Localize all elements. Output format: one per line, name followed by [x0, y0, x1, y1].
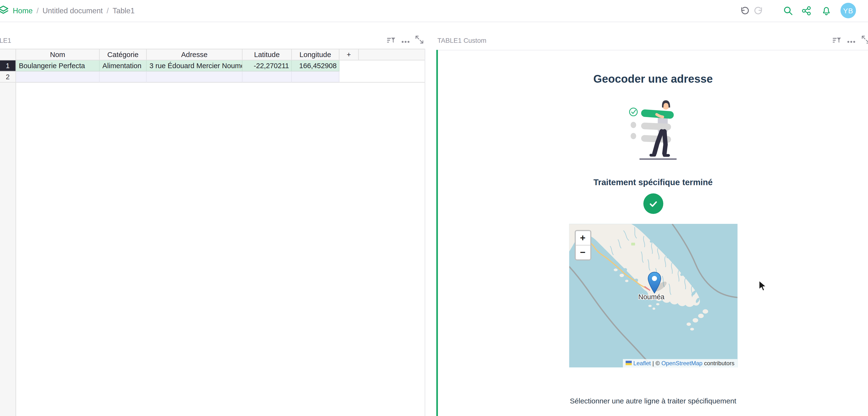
divider — [339, 82, 425, 83]
user-avatar[interactable]: YB — [840, 3, 856, 18]
header-filler — [359, 49, 425, 60]
more-options-icon[interactable] — [847, 38, 856, 46]
column-header-adresse[interactable]: Adresse — [147, 49, 243, 60]
redo-icon[interactable] — [754, 6, 764, 16]
breadcrumb-page: Table1 — [113, 7, 134, 15]
top-bar: Home / Untitled document / Table1 — [0, 0, 868, 22]
cell-adresse[interactable]: 3 rue Édouard Mercier Noumea — [147, 60, 243, 71]
share-icon[interactable] — [802, 6, 811, 16]
active-section-divider[interactable] — [436, 50, 438, 416]
cell-nom[interactable] — [16, 71, 99, 83]
row-number[interactable]: 1 — [0, 60, 16, 71]
column-header-nom[interactable]: Nom — [16, 49, 99, 60]
sort-filter-icon[interactable] — [833, 36, 841, 44]
expand-section-icon[interactable] — [862, 35, 868, 44]
place-label: Nouméa — [635, 293, 668, 301]
checklist-person-illustration — [623, 98, 683, 161]
right-section-title[interactable]: TABLE1 Custom — [437, 36, 487, 44]
cell-nom[interactable]: Boulangerie Perfecta — [16, 60, 99, 71]
footer-message: Sélectionner une autre ligne à traiter s… — [438, 397, 868, 405]
add-column-button[interactable]: + — [339, 49, 359, 60]
ukraine-flag-icon — [625, 361, 631, 365]
search-icon[interactable] — [783, 6, 793, 16]
cell-adresse[interactable] — [147, 71, 243, 83]
attribution-suffix: contributors — [703, 360, 735, 366]
grid-header-row: Nom Catégorie Adresse Latitude Longitude… — [0, 49, 425, 60]
widget-heading: Geocoder une adresse — [438, 72, 868, 85]
more-options-icon[interactable] — [401, 38, 410, 46]
notifications-bell-icon[interactable] — [822, 6, 831, 16]
expand-section-icon[interactable] — [415, 35, 423, 44]
map-attribution: Leaflet | © OpenStreetMap contributors — [623, 359, 737, 367]
zoom-in-button[interactable]: + — [576, 231, 590, 245]
grid-corner-cell[interactable] — [0, 49, 16, 60]
table-row: 1 Boulangerie Perfecta Alimentation 3 ru… — [0, 60, 425, 71]
attribution-divider: | © — [651, 360, 661, 366]
left-section-title[interactable]: BLE1 — [0, 36, 11, 44]
row-number-gutter — [0, 83, 16, 416]
custom-widget-panel: Geocoder une adresse Traitement spécifiq… — [438, 50, 868, 416]
row-number[interactable]: 2 — [0, 71, 16, 83]
cell-categorie[interactable] — [100, 71, 147, 83]
breadcrumb-document[interactable]: Untitled document — [42, 7, 103, 15]
zoom-out-button[interactable]: − — [576, 245, 590, 259]
column-header-longitude[interactable]: Longitude — [292, 49, 339, 60]
cell-longitude[interactable]: 166,452908 — [292, 60, 339, 71]
cell-categorie[interactable]: Alimentation — [100, 60, 147, 71]
breadcrumb: Home / Untitled document / Table1 — [13, 0, 135, 22]
cell-latitude[interactable] — [243, 71, 292, 83]
cell-latitude[interactable]: -22,270211 — [243, 60, 292, 71]
data-grid: Nom Catégorie Adresse Latitude Longitude… — [0, 49, 425, 83]
column-header-latitude[interactable]: Latitude — [243, 49, 292, 60]
column-header-categorie[interactable]: Catégorie — [100, 49, 147, 60]
leaflet-link[interactable]: Leaflet — [633, 360, 651, 366]
success-check-button[interactable] — [643, 194, 663, 214]
undo-icon[interactable] — [740, 6, 749, 16]
check-icon — [647, 198, 659, 210]
breadcrumb-home-link[interactable]: Home — [13, 7, 33, 15]
openstreetmap-link[interactable]: OpenStreetMap — [661, 360, 703, 366]
status-message: Traitement spécifique terminé — [438, 177, 868, 187]
map-zoom-control: + − — [574, 230, 591, 260]
sort-filter-icon[interactable] — [387, 36, 395, 44]
map-marker-icon[interactable] — [647, 271, 661, 294]
leaflet-map[interactable]: Nouméa + − Leaflet | © OpenStreetMap con… — [569, 224, 737, 367]
divider — [425, 49, 425, 416]
breadcrumb-separator: / — [36, 7, 39, 15]
cell-longitude[interactable] — [292, 71, 339, 83]
park-area — [631, 243, 635, 245]
table-row: 2 — [0, 71, 425, 83]
grist-logo-icon[interactable] — [0, 4, 9, 17]
breadcrumb-separator: / — [107, 7, 109, 15]
app-window: Home / Untitled document / Table1 — [0, 0, 868, 416]
